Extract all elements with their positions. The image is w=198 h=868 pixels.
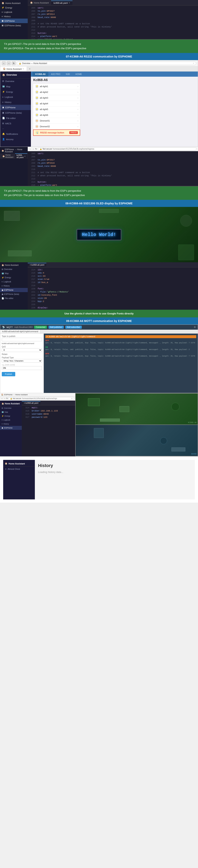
kc-tab-a6[interactable]: KC868-A6 bbox=[32, 71, 48, 77]
forward-btn[interactable]: → bbox=[7, 61, 11, 65]
ha-nav-logbook[interactable]: ≡ Logbook bbox=[0, 94, 31, 100]
mqtt-publish-btn[interactable]: Publish bbox=[2, 372, 15, 376]
mqtt-qos-select[interactable]: 012 bbox=[2, 348, 42, 352]
s2-ha-item[interactable]: 🏠ESPHome → Home Assistant bbox=[0, 148, 28, 154]
s3-item-fileeditor[interactable]: 📄File editor bbox=[0, 296, 28, 301]
s4-addr-bar: ←→↻ 🔒Not secure homeassistant:8123/5c5de… bbox=[0, 397, 75, 401]
history-title: History bbox=[38, 463, 192, 468]
ha-nav-overview[interactable]: ⊞ Overview bbox=[0, 79, 31, 84]
btab-close[interactable]: ✕ bbox=[22, 68, 24, 70]
code-editor-3: × kc868-a6.yaml 214i2c: 215 sda: 4 216 s… bbox=[28, 262, 198, 310]
btab-ha[interactable]: 🏠 Home Assistant ✕ bbox=[0, 67, 27, 71]
addr-bar-2: ←→↻ 🔒Not secure homeassistant:8123/5c5de… bbox=[28, 147, 198, 151]
ha-btab-icon: 🏠 bbox=[3, 68, 6, 70]
entity-rs232-btn[interactable]: 📡RS232 message button PRESS bbox=[33, 129, 80, 136]
mqtt-add-publisher-btn[interactable]: Add publisher bbox=[49, 326, 64, 329]
tab-home[interactable]: 🏠 Home Assistant bbox=[28, 1, 51, 5]
mqtt-form: Topic to publish kc868-a6/switch/a6-ligh… bbox=[0, 334, 44, 393]
ha-nav-esphome-beta[interactable]: ▣ ESPHome (beta) bbox=[0, 110, 31, 116]
entity-a6light6[interactable]: 💡a6-light6› bbox=[33, 112, 80, 118]
s3-item-history[interactable]: ≡History bbox=[0, 284, 28, 288]
s3-item-ha[interactable]: 🏠Home Assistant bbox=[0, 263, 28, 267]
refresh-btn[interactable]: ↻ bbox=[12, 61, 16, 65]
code-line-207: 207 rx_pin: GPIO14 bbox=[28, 13, 198, 16]
sidebar-nav-1: 🏠 Home Assistant ⚡ Energy ≡ Logbook ≡ Hi… bbox=[0, 0, 28, 39]
section-1-editor: 🏠 Home Assistant ⚡ Energy ≡ Logbook ≡ Hi… bbox=[0, 0, 198, 39]
ha-nav-energy[interactable]: ⚡ Energy bbox=[0, 89, 31, 94]
browser-window-1: ← → ↻ 🔒 Overview — Home Assistant + 🏠 Ho… bbox=[0, 60, 198, 147]
press-button[interactable]: PRESS bbox=[69, 131, 78, 134]
entity-a6light2[interactable]: 💡a6-light2› bbox=[33, 89, 80, 95]
pcb-photo-1: KC868-A6 bbox=[76, 394, 198, 425]
mqtt-return-field: Retain bbox=[2, 353, 42, 355]
mqtt-body: Topic to publish kc868-a6/switch/a6-ligh… bbox=[0, 334, 198, 393]
s4-nav-map[interactable]: 🗺️Map bbox=[0, 410, 22, 414]
s2-tab-ha[interactable]: 🏠Home Assistant bbox=[1, 154, 15, 159]
sidebar-item-energy[interactable]: ⚡ Energy bbox=[0, 5, 28, 10]
ha-nav-dots[interactable]: ··· bbox=[0, 126, 31, 131]
address-bar-1[interactable]: 🔒 Overview — Home Assistant + bbox=[17, 62, 196, 65]
logbook-icon: ≡ bbox=[2, 11, 3, 13]
kc-tab-n30[interactable]: N30 bbox=[63, 71, 73, 77]
s4-tab-yaml[interactable]: × kc868-a6.yaml bbox=[22, 401, 40, 405]
esphome-beta-icon: ▣ bbox=[2, 24, 4, 27]
hist-nav-1[interactable]: ≡Almost Once bbox=[3, 467, 35, 471]
ha-nav-esphome[interactable]: ▣ ESPHome bbox=[0, 105, 31, 110]
ha-nav-notifications[interactable]: 🔔 Notifications bbox=[0, 131, 31, 136]
mqtt-topic-tab[interactable]: kc868-a6/switch/a6-light1/right/command bbox=[0, 330, 40, 333]
section4-title: 09-KC868-A6 MOTT communication by ESPHOM… bbox=[0, 317, 198, 324]
s4-nav-logbook[interactable]: ≡Logbook bbox=[0, 418, 22, 422]
sidebar-item-homeassistant[interactable]: 🏠 Home Assistant bbox=[0, 1, 28, 5]
s4-nav-energy[interactable]: ⚡Energy bbox=[0, 414, 22, 418]
mqtt-add-subscriber-btn[interactable]: Add subscriber bbox=[65, 326, 82, 329]
hist-logo: 🏠Home Assistant bbox=[3, 461, 35, 467]
back-btn[interactable]: ← bbox=[2, 61, 6, 65]
s3-item-esphome-beta[interactable]: ▣ESPHome (beta) bbox=[0, 292, 28, 296]
ha-nav-map[interactable]: 🗺️ Map bbox=[0, 84, 31, 89]
entity-a6light5[interactable]: 💡a6-light5› bbox=[33, 106, 80, 112]
mqtt-payload-input[interactable] bbox=[2, 366, 42, 370]
ha-nav-hacs[interactable]: ⊞ HACS bbox=[0, 121, 31, 126]
mqtt-payload-type-select[interactable]: String / NUL / Characters bbox=[2, 359, 42, 363]
ha-nav-fileeditor[interactable]: 📄 File editor bbox=[0, 116, 31, 121]
s4-nav-overview[interactable]: ⊞Overview bbox=[0, 406, 22, 410]
pcb-photo-2: BOARD bbox=[76, 425, 198, 456]
s4-nav-history[interactable]: ≡History bbox=[0, 422, 22, 426]
s4-nav-esphome[interactable]: ▣ESPHome bbox=[0, 426, 22, 430]
mqtt-connected-btn[interactable]: Connected bbox=[34, 326, 47, 329]
kc-tab-a32[interactable]: A32 PRO bbox=[48, 71, 63, 77]
mqtt-topic-input[interactable] bbox=[2, 338, 42, 341]
kc-tab-home[interactable]: HOME bbox=[73, 71, 85, 77]
info-line-2: RX pin:GPIO014--The pin to receive data … bbox=[4, 46, 194, 51]
s3-item-overview[interactable]: ⊞Overview bbox=[0, 267, 28, 271]
entity-a6light3[interactable]: 💡a6-light3› bbox=[33, 95, 80, 101]
pcb2-label: BOARD bbox=[191, 453, 197, 455]
entity-a6light4[interactable]: 💡a6-light4› bbox=[33, 101, 80, 106]
s3-item-map[interactable]: 🗺️Map bbox=[0, 271, 28, 276]
entity-dimmer01[interactable]: 🔆Dimmer01› bbox=[33, 118, 80, 124]
code-line-206: 206 tx_pin: GPIO27 bbox=[28, 9, 198, 13]
entity-dimmer02[interactable]: 🔆Dimmer02› bbox=[33, 124, 80, 129]
s3-item-esphome[interactable]: ▣ESPHome bbox=[0, 288, 28, 292]
entity-a6light1[interactable]: 💡a6-light1› bbox=[33, 84, 80, 89]
section-4-split: 🏠ESPHome → Home Assistant ←→↻ 🔒Not secur… bbox=[0, 393, 198, 456]
s3-item-logbook[interactable]: ≡Logbook bbox=[0, 280, 28, 284]
tab-yaml-1[interactable]: kc868-a6.yaml ✕ bbox=[51, 1, 73, 5]
mqtt-host: mqtt://localhost:1883 bbox=[14, 326, 32, 328]
btab-add[interactable]: + bbox=[27, 66, 32, 71]
s3-item-energy[interactable]: ⚡Energy bbox=[0, 276, 28, 280]
mqtt-log-entry-off-1: OFF qos: 0, retain: false, cmd: publish,… bbox=[45, 339, 196, 344]
s2-tab-yaml[interactable]: kc868-a6.yaml✕ bbox=[15, 153, 27, 159]
sidebar-item-history[interactable]: ≡ History bbox=[0, 14, 28, 19]
close-tab-icon[interactable]: ✕ bbox=[68, 2, 70, 4]
sidebar-item-esphome-beta[interactable]: ▣ ESPHome (beta) bbox=[0, 23, 28, 28]
sidebar-item-logbook[interactable]: ≡ Logbook bbox=[0, 10, 28, 14]
mqtt-window: 📡 MQTT mqtt://localhost:1883 Connected A… bbox=[0, 324, 198, 393]
s3-tab-yaml[interactable]: × kc868-a6.yaml bbox=[28, 263, 46, 267]
pcb-oled-image: Hello World! bbox=[0, 207, 198, 262]
ha-nav-kincony[interactable]: 👤 kincony bbox=[0, 136, 31, 142]
ha-content-1: KC868-A6 A32 PRO N30 HOME Kc868-A6 💡a6-l… bbox=[31, 71, 198, 147]
sidebar-item-esphome[interactable]: ▣ ESPHome bbox=[0, 19, 28, 23]
ha-nav-history[interactable]: ≡ History bbox=[0, 100, 31, 105]
code-line-214b: 214button: bbox=[28, 180, 198, 184]
